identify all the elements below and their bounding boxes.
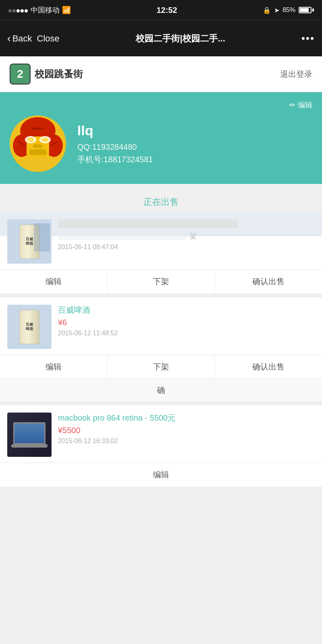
logout-button[interactable]: 退出登录	[280, 69, 312, 80]
beer-can-icon-2: 百威啤酒	[19, 310, 39, 344]
carrier-label: 中国移动	[31, 5, 60, 15]
item-1-confirm-sale-button[interactable]: 确认出售	[215, 270, 322, 293]
item-3-row: macbook pro 864 retina - 5500元 ¥5500 201…	[0, 405, 322, 462]
profile-info: llq QQ:1193284480 手机号:18817324581	[77, 123, 153, 165]
profile-phone: 手机号:18817324581	[77, 154, 153, 165]
item-2-delist-button[interactable]: 下架	[107, 355, 215, 379]
battery-icon	[299, 7, 314, 13]
status-bar: 中国移动 📶 12:52 🔒 ➤ 85%	[0, 0, 322, 20]
item-2-row: 百威啤酒 百威啤酒 ¥6 2015-06-12 11:48:52	[0, 297, 322, 355]
edit-label: 编辑	[298, 100, 312, 110]
item-2-info: 百威啤酒 ¥6 2015-06-12 11:48:52	[58, 305, 315, 337]
item-1-date: 2015-06-11 08:47:04	[58, 244, 315, 251]
logo-icon: 2	[10, 64, 31, 85]
logo-text: 校园跳蚤街	[35, 68, 83, 80]
item-1-delist-button[interactable]: 下架	[107, 270, 215, 293]
edit-button[interactable]: ✏ 编辑	[10, 100, 312, 110]
item-3-date: 2015-06-12 16:33:02	[58, 438, 315, 445]
item-2-date: 2015-06-12 11:48:52	[58, 330, 315, 337]
signal-icon	[8, 6, 28, 14]
item-1-status: 架	[190, 231, 197, 241]
item-3-info: macbook pro 864 retina - 5500元 ¥5500 201…	[58, 413, 315, 445]
item-3-price: ¥5500	[58, 426, 315, 435]
item-2-confirm-sale-button[interactable]: 确认出售	[215, 355, 322, 379]
item-2-edit-button[interactable]: 编辑	[0, 355, 107, 379]
item-2-title: 百威啤酒	[58, 305, 315, 316]
item-3-actions: 编辑	[0, 462, 322, 487]
confirm-popup: 确	[0, 379, 322, 401]
profile-qq: QQ:1193284480	[77, 142, 153, 152]
profile-name: llq	[77, 123, 153, 138]
svg-rect-12	[32, 128, 44, 130]
macbook-base	[11, 444, 47, 448]
back-chevron-icon: ‹	[7, 32, 11, 45]
battery-label: 85%	[283, 6, 295, 14]
status-time: 12:52	[157, 6, 177, 15]
nav-title: 校园二手街|校园二手...	[64, 33, 297, 45]
macbook-wrapper	[11, 422, 47, 448]
avatar	[10, 116, 66, 172]
item-card-2: 百威啤酒 百威啤酒 ¥6 2015-06-12 11:48:52 编辑 下架 确…	[0, 297, 322, 401]
item-2-thumbnail: 百威啤酒	[7, 305, 52, 349]
more-button[interactable]: •••	[301, 32, 315, 45]
wifi-icon: 📶	[62, 6, 71, 14]
back-close-group[interactable]: ‹ Back Close	[7, 32, 60, 45]
lock-icon: 🔒	[263, 6, 271, 14]
status-left: 中国移动 📶	[8, 5, 71, 15]
item-1-price-blur	[58, 233, 186, 240]
back-label[interactable]: Back	[12, 33, 32, 44]
app-header: 2 校园跳蚤街 退出登录	[0, 56, 322, 92]
item-1-title-blur	[58, 219, 238, 228]
logo-number: 2	[17, 68, 23, 80]
svg-point-8	[27, 137, 35, 142]
svg-rect-11	[29, 149, 47, 155]
item-card-3: macbook pro 864 retina - 5500元 ¥5500 201…	[0, 405, 322, 487]
status-right: 🔒 ➤ 85%	[263, 6, 314, 14]
location-icon: ➤	[274, 6, 279, 14]
item-2-actions: 编辑 下架 确认出售	[0, 355, 322, 379]
item-1-edit-button[interactable]: 编辑	[0, 270, 107, 293]
nav-bar: ‹ Back Close 校园二手街|校园二手... •••	[0, 20, 322, 56]
item-1-actions: 编辑 下架 确认出售	[0, 269, 322, 293]
item-2-price: ¥6	[58, 318, 315, 327]
item-3-edit-button[interactable]: 编辑	[0, 463, 322, 487]
selling-section: 正在出售 百威啤酒 架 2015-06-11 08:47:04 编辑	[0, 184, 322, 487]
close-label[interactable]: Close	[37, 33, 60, 44]
section-title: 正在出售	[0, 188, 322, 212]
edit-icon: ✏	[289, 101, 295, 109]
svg-rect-10	[33, 144, 43, 148]
profile-content: llq QQ:1193284480 手机号:18817324581	[10, 116, 312, 172]
svg-point-9	[41, 137, 49, 142]
item-3-title: macbook pro 864 retina - 5500元	[58, 413, 315, 423]
item-1-thumbnail: 百威啤酒	[7, 219, 52, 264]
profile-section: ✏ 编辑	[0, 92, 322, 184]
macbook-screen	[13, 422, 45, 444]
app-logo: 2 校园跳蚤街	[10, 64, 83, 85]
item-3-thumbnail	[7, 413, 52, 457]
item-card-1: 百威啤酒 架 2015-06-11 08:47:04 编辑 下架 确认出售	[0, 212, 322, 293]
confirm-label: 确	[157, 385, 165, 396]
item-1-info: 架 2015-06-11 08:47:04	[58, 219, 315, 251]
